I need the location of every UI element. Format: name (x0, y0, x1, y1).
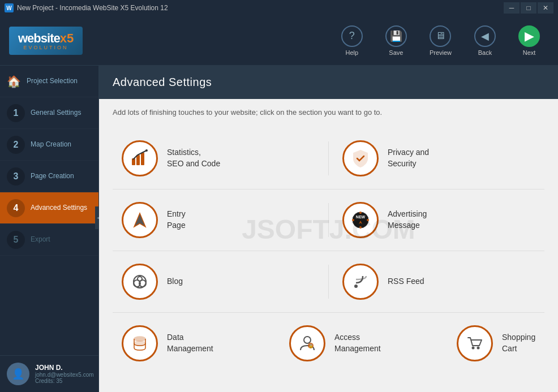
next-label: Next (523, 49, 536, 56)
blog-icon (122, 264, 158, 300)
app-icon: W (5, 3, 14, 12)
options-row-3: Blog RSS Feed (113, 251, 544, 313)
sidebar: 🏠 Project Selection 1 General Settings 2… (0, 66, 99, 392)
advertising-icon: NEW (342, 202, 379, 238)
window-controls: ─ □ ✕ (504, 2, 553, 14)
option-privacy-security[interactable]: Privacy andSecurity (333, 135, 544, 182)
access-management-label: AccessManagement (334, 332, 381, 354)
svg-point-18 (354, 285, 358, 288)
svg-point-10 (359, 212, 362, 214)
option-stats-seo[interactable]: Statistics,SEO and Code (113, 135, 324, 182)
content-description: Add lots of finishing touches to your we… (113, 108, 544, 117)
svg-text:🔒: 🔒 (308, 343, 314, 348)
sidebar-num-2: 2 (7, 136, 25, 154)
sidebar-num-3: 3 (7, 167, 25, 186)
help-label: Help (346, 49, 359, 56)
sidebar-footer: 👤 JOHN D. john.d@websitex5.com Credits: … (0, 355, 98, 392)
svg-rect-3 (136, 155, 140, 165)
user-credits: Credits: 35 (35, 378, 94, 384)
logo-evolution: EVOLUTION (24, 45, 68, 50)
svg-point-11 (359, 226, 362, 229)
svg-text:W: W (6, 5, 12, 11)
sidebar-label-4: Advanced Settings (31, 204, 87, 213)
svg-point-5 (145, 149, 148, 152)
entry-page-label: EntryPage (167, 209, 186, 231)
toolbar: websitex5 EVOLUTION ? Help 💾 Save 🖥 Prev… (0, 16, 558, 66)
divider-2 (328, 203, 329, 237)
option-rss-feed[interactable]: RSS Feed (333, 258, 544, 305)
user-info: JOHN D. john.d@websitex5.com Credits: 35 (35, 364, 94, 384)
sidebar-label-1: General Settings (31, 109, 81, 118)
rss-feed-label: RSS Feed (388, 276, 424, 287)
sidebar-item-export[interactable]: 5 Export (0, 224, 98, 256)
option-data-management[interactable]: DataManagement (113, 320, 271, 367)
minimize-button[interactable]: ─ (504, 2, 520, 14)
maximize-button[interactable]: □ (521, 2, 536, 14)
svg-point-13 (367, 219, 369, 221)
stats-seo-label: Statistics,SEO and Code (167, 147, 220, 169)
divider-3 (328, 265, 329, 299)
preview-icon: 🖥 (430, 25, 451, 47)
avatar: 👤 (7, 363, 29, 385)
data-management-label: DataManagement (167, 332, 213, 354)
options-row-4: DataManagement 🔒 (113, 313, 544, 374)
save-button[interactable]: 💾 Save (376, 20, 416, 61)
title-bar: W New Project - Incomedia WebSite X5 Evo… (0, 0, 558, 16)
sidebar-home-label: Project Selection (27, 77, 78, 86)
sidebar-num-5: 5 (7, 231, 25, 249)
svg-point-25 (477, 347, 480, 350)
option-entry-page[interactable]: EntryPage (113, 196, 324, 244)
option-blog[interactable]: Blog (113, 258, 324, 305)
option-access-management[interactable]: 🔒 AccessManagement (280, 320, 439, 367)
sidebar-label-2: Map Creation (31, 140, 71, 149)
content-area: Advanced Settings Add lots of finishing … (99, 66, 558, 392)
user-email: john.d@websitex5.com (35, 372, 94, 378)
options-row-2: EntryPage NEW (113, 189, 544, 251)
logo-website: website (18, 31, 60, 46)
stats-seo-icon (122, 140, 158, 176)
svg-point-17 (138, 277, 142, 281)
back-button[interactable]: ◀ Back (465, 20, 505, 61)
svg-text:NEW: NEW (356, 215, 366, 219)
help-button[interactable]: ? Help (332, 20, 372, 61)
main-body: 🏠 Project Selection 1 General Settings 2… (0, 66, 558, 392)
advertising-label: AdvertisingMessage (388, 209, 427, 231)
next-button[interactable]: ▶ Next (509, 20, 549, 61)
option-shopping-cart[interactable]: ShoppingCart (448, 320, 558, 367)
user-name: JOHN D. (35, 364, 94, 372)
svg-point-21 (304, 337, 311, 343)
sidebar-num-4: 4 (7, 199, 25, 217)
save-label: Save (389, 49, 403, 56)
rss-feed-icon (342, 264, 379, 300)
save-icon: 💾 (385, 25, 407, 47)
sidebar-item-advanced[interactable]: 4 Advanced Settings (0, 192, 98, 224)
content-header: Advanced Settings (99, 66, 558, 99)
options-row-1: Statistics,SEO and Code Privacy andSecur… (113, 128, 544, 189)
sidebar-item-home[interactable]: 🏠 Project Selection (0, 66, 98, 97)
option-advertising[interactable]: NEW AdvertisingMessage (333, 196, 544, 244)
sidebar-item-general[interactable]: 1 General Settings (0, 97, 98, 129)
sidebar-label-3: Page Creation (31, 172, 74, 181)
sidebar-label-5: Export (31, 235, 50, 244)
svg-point-24 (472, 347, 475, 350)
privacy-security-label: Privacy andSecurity (388, 147, 429, 169)
sidebar-item-page[interactable]: 3 Page Creation (0, 161, 98, 192)
app-container: websitex5 EVOLUTION ? Help 💾 Save 🖥 Prev… (0, 16, 558, 392)
help-icon: ? (341, 25, 363, 47)
sidebar-item-map[interactable]: 2 Map Creation (0, 129, 98, 161)
logo-box: websitex5 EVOLUTION (9, 27, 83, 55)
preview-label: Preview (430, 49, 452, 56)
shopping-cart-label: ShoppingCart (502, 332, 535, 354)
svg-marker-6 (134, 213, 145, 227)
options-grid: Statistics,SEO and Code Privacy andSecur… (113, 128, 544, 374)
logo-x5: x5 (60, 31, 74, 46)
blog-label: Blog (167, 276, 183, 287)
home-icon: 🏠 (7, 75, 21, 88)
privacy-security-icon (342, 140, 379, 176)
data-management-icon (122, 325, 158, 361)
close-button[interactable]: ✕ (538, 2, 553, 14)
preview-button[interactable]: 🖥 Preview (420, 20, 461, 61)
content-body: Add lots of finishing touches to your we… (99, 99, 558, 383)
toolbar-actions: ? Help 💾 Save 🖥 Preview ◀ Back ▶ Next (332, 20, 549, 61)
window-title: New Project - Incomedia WebSite X5 Evolu… (17, 4, 504, 12)
